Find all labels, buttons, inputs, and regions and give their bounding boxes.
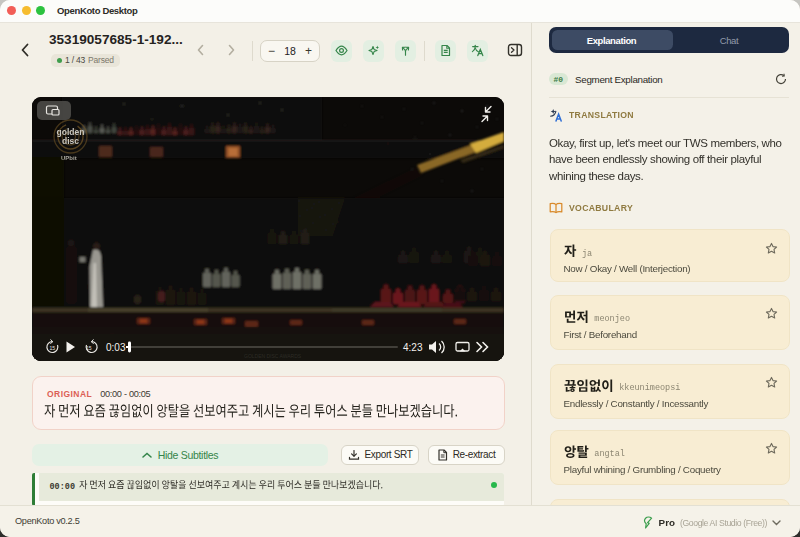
- svg-text:4:23: 4:23: [403, 342, 423, 353]
- svg-text:0:03: 0:03: [106, 342, 126, 353]
- svg-text:UPbit: UPbit: [61, 155, 77, 161]
- svg-text:GOLDEN DISC AWARDS: GOLDEN DISC AWARDS: [244, 353, 302, 359]
- svg-text:15: 15: [86, 345, 92, 351]
- svg-text:15: 15: [50, 345, 56, 351]
- svg-text:disc: disc: [62, 136, 79, 146]
